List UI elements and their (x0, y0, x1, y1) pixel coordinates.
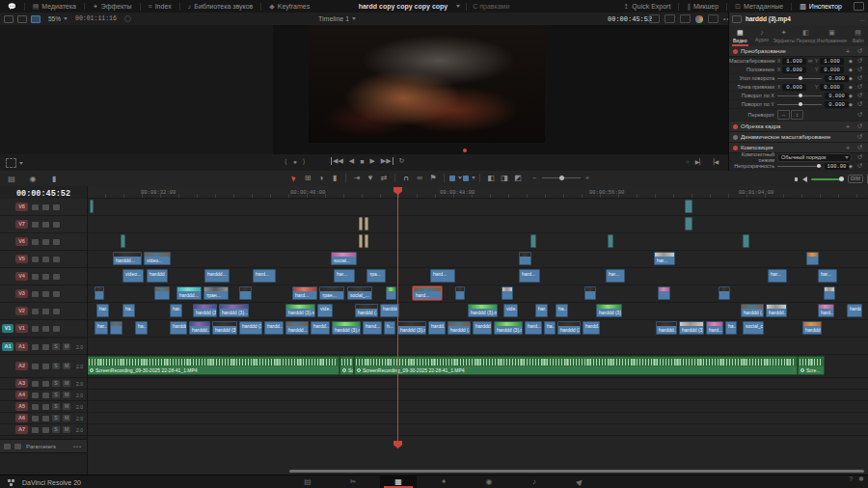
clip[interactable]: ha... (556, 304, 568, 317)
lock-icon[interactable] (32, 239, 39, 245)
auto-select-icon[interactable] (42, 309, 49, 314)
project-title[interactable]: hardd copy copy copy copy (359, 3, 448, 10)
reset-icon[interactable]: ↺ (857, 144, 862, 151)
filmstrip-icon[interactable] (53, 257, 60, 262)
track-badge[interactable]: V6 (15, 237, 28, 246)
first-frame-button[interactable]: ◀◀ (331, 157, 343, 165)
speaker-icon[interactable] (42, 381, 49, 387)
lock-icon[interactable] (32, 326, 39, 332)
filmstrip-icon[interactable] (53, 239, 60, 245)
dim-button[interactable]: DIM (848, 175, 863, 183)
clip[interactable]: harddd... (766, 304, 787, 317)
add-keyframe-icon[interactable]: + (846, 145, 850, 151)
clip[interactable]: harddd (3)... (239, 321, 262, 335)
inspector-options-icon[interactable]: ... (860, 16, 865, 22)
flip-vertical-button[interactable]: ↕ (791, 110, 803, 120)
clip[interactable]: harddd (... (741, 304, 764, 317)
y-value-field[interactable]: 0.000 (820, 67, 844, 73)
track-header-V3[interactable]: V3 (0, 285, 87, 303)
slider-track[interactable] (777, 166, 822, 167)
clip[interactable]: harddd (3).mp4 (285, 304, 315, 317)
lock-icon[interactable] (32, 404, 39, 410)
clip[interactable]: hard... (706, 321, 723, 335)
reset-icon[interactable]: ↺ (857, 66, 862, 73)
track-badge[interactable]: A1 (15, 342, 28, 351)
clip[interactable]: vide... (503, 304, 518, 317)
track-header-A6[interactable]: A6SM2.0 (0, 413, 87, 424)
clip[interactable] (365, 217, 368, 230)
solo-button[interactable]: S (52, 415, 60, 421)
slider-thumb[interactable] (799, 94, 802, 97)
solo-button[interactable]: S (52, 363, 60, 369)
resolution-menu-icon[interactable] (649, 14, 660, 23)
clip[interactable] (455, 286, 465, 300)
filmstrip-icon[interactable] (53, 222, 60, 228)
section-toggle[interactable] (733, 146, 738, 150)
x-value-field[interactable]: 0.000 (782, 84, 806, 91)
replace-clip-icon[interactable]: ⇄ (377, 173, 391, 183)
keyframe-icon[interactable]: ◆ (849, 84, 853, 90)
filmstrip-icon[interactable] (53, 274, 60, 280)
clip[interactable]: hard... (292, 286, 317, 300)
inspector-tab-Аудио[interactable]: ♪Аудио (751, 25, 773, 46)
clip[interactable]: harddd... (170, 321, 187, 335)
slider-thumb[interactable] (799, 102, 802, 106)
jog-control[interactable]: ⟨ ● ⟩ (285, 158, 308, 166)
mute-button[interactable]: M (63, 415, 70, 421)
track-badge[interactable]: V5 (15, 255, 28, 263)
single-viewer-icon[interactable] (4, 15, 14, 23)
keyframe-icon[interactable]: ◆ (849, 67, 853, 72)
track-header-V6[interactable]: V6 (0, 233, 87, 251)
clip[interactable]: har... (170, 304, 182, 317)
trim-edit-tool-icon[interactable]: ⊞ (301, 173, 314, 183)
mic-icon[interactable]: ▮ (47, 174, 61, 184)
solo-button[interactable]: S (52, 380, 60, 387)
auto-select-icon[interactable] (42, 222, 49, 228)
track-header-V4[interactable]: V4 (0, 268, 87, 285)
media-pool-button[interactable]: ▤Медиатека (25, 0, 84, 13)
clip[interactable]: hand... (363, 321, 382, 335)
clip[interactable] (386, 286, 396, 300)
clip[interactable] (719, 286, 730, 300)
track-header-V5[interactable]: V5 (0, 251, 87, 268)
solo-button[interactable]: S (52, 343, 60, 350)
transition-smooth-icon[interactable]: ◩ (511, 173, 525, 183)
auto-select-icon[interactable] (42, 239, 49, 245)
track-header-A3[interactable]: A3SM2.0 (0, 378, 87, 390)
page-button-media[interactable]: ▤ (289, 474, 326, 488)
flag-clip-icon[interactable]: ⚑ (426, 173, 440, 183)
insert-clip-icon[interactable]: ⇥ (350, 173, 364, 183)
speaker-icon[interactable] (42, 344, 49, 350)
clip[interactable]: ha... (725, 321, 737, 335)
clip[interactable] (239, 286, 252, 300)
clip[interactable]: hard... (818, 304, 834, 317)
inspector-tab-Переход[interactable]: ◧Переход (795, 25, 817, 46)
slider-track[interactable] (777, 78, 822, 79)
filmstrip-icon[interactable] (53, 204, 60, 210)
clip[interactable]: Scre... (339, 356, 354, 375)
slider-track[interactable] (777, 104, 822, 105)
chat-icon[interactable]: 💬 (0, 0, 24, 13)
timeline-ruler[interactable]: 00:00:32:0000:00:40:0000:00:48:0000:00:5… (87, 186, 868, 199)
lock-icon[interactable] (32, 344, 39, 350)
lock-icon[interactable] (32, 222, 39, 228)
clip[interactable]: тран... (203, 286, 229, 300)
timeline-selector[interactable]: Timeline 1 (318, 13, 356, 25)
clip[interactable]: harddd... (802, 321, 822, 335)
clip[interactable]: hard... (253, 269, 276, 283)
lock-icon[interactable] (32, 416, 39, 421)
settings-gear-icon[interactable]: ✱ (858, 475, 864, 483)
destination-badge[interactable]: A1 (2, 342, 14, 351)
clip[interactable]: hard... (430, 269, 455, 283)
clip[interactable]: har... (95, 321, 108, 335)
slider-track[interactable] (777, 95, 822, 96)
clip[interactable]: harddd... (204, 269, 230, 283)
page-button-edit[interactable]: ▦ (380, 474, 417, 488)
mute-button[interactable]: M (63, 426, 70, 433)
destination-badge[interactable]: V1 (2, 324, 14, 333)
automation-icon[interactable] (4, 444, 11, 449)
track-badge[interactable]: V7 (15, 220, 28, 229)
clip[interactable]: harddd (3)... (557, 321, 581, 335)
clip[interactable] (658, 286, 670, 300)
project-manager-icon[interactable] (8, 479, 11, 482)
